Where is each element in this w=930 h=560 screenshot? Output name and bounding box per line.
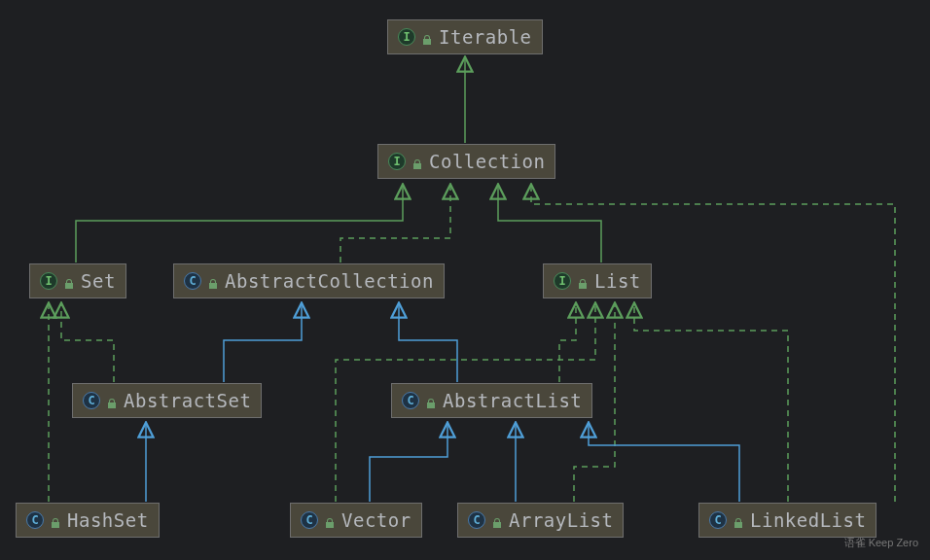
- lock-icon: [733, 514, 744, 526]
- watermark: 语雀 Keep Zero: [844, 536, 918, 550]
- lock-icon: [411, 156, 423, 167]
- class-icon: C: [184, 272, 201, 290]
- interface-icon: I: [40, 272, 57, 290]
- node-label: Iterable: [439, 26, 532, 48]
- class-icon: C: [709, 511, 727, 529]
- node-label: LinkedList: [750, 509, 866, 531]
- lock-icon: [106, 395, 118, 406]
- lock-icon: [63, 275, 75, 287]
- lock-icon: [207, 275, 219, 287]
- interface-icon: I: [554, 272, 571, 290]
- node-array-list[interactable]: C ArrayList: [457, 503, 624, 538]
- lock-icon: [421, 31, 433, 43]
- lock-icon: [324, 514, 336, 526]
- node-label: Collection: [429, 151, 545, 172]
- node-vector[interactable]: C Vector: [290, 503, 422, 538]
- lock-icon: [50, 514, 61, 526]
- node-iterable[interactable]: I Iterable: [387, 19, 543, 54]
- node-label: HashSet: [67, 509, 149, 531]
- class-icon: C: [83, 392, 100, 409]
- relationship-lines: [0, 0, 930, 560]
- node-collection[interactable]: I Collection: [377, 144, 555, 179]
- node-label: AbstractSet: [124, 390, 251, 411]
- node-label: Vector: [341, 509, 411, 531]
- lock-icon: [577, 275, 589, 287]
- node-abstract-set[interactable]: C AbstractSet: [72, 383, 262, 418]
- node-label: List: [594, 270, 641, 292]
- class-icon: C: [26, 511, 44, 529]
- lock-icon: [491, 514, 503, 526]
- class-icon: C: [402, 392, 419, 409]
- node-label: Set: [81, 270, 116, 292]
- class-icon: C: [301, 511, 318, 529]
- node-label: AbstractList: [443, 390, 582, 411]
- node-linked-list[interactable]: C LinkedList: [698, 503, 876, 538]
- lock-icon: [425, 395, 437, 406]
- node-list[interactable]: I List: [543, 263, 652, 298]
- node-label: AbstractCollection: [225, 270, 434, 292]
- node-set[interactable]: I Set: [29, 263, 126, 298]
- node-abstract-list[interactable]: C AbstractList: [391, 383, 592, 418]
- node-hash-set[interactable]: C HashSet: [16, 503, 160, 538]
- node-abstract-collection[interactable]: C AbstractCollection: [173, 263, 445, 298]
- diagram-canvas: I Iterable I Collection I Set C Abstract…: [0, 0, 930, 560]
- interface-icon: I: [398, 28, 415, 46]
- interface-icon: I: [388, 153, 406, 170]
- node-label: ArrayList: [509, 509, 613, 531]
- class-icon: C: [468, 511, 485, 529]
